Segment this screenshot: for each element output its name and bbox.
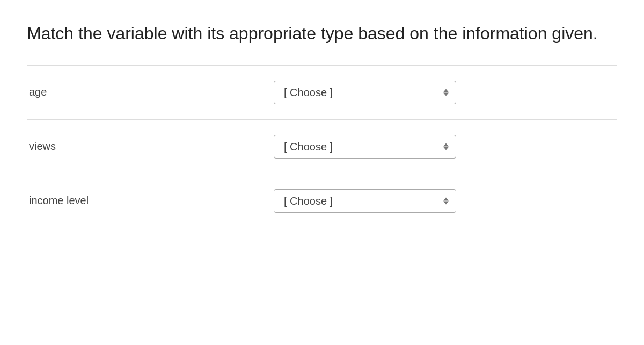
select-income_level[interactable]: [ Choose ]CategoricalQuantitativeOrdinal…	[274, 189, 456, 213]
variable-label-views: views	[27, 140, 274, 153]
select-wrapper-age: [ Choose ]CategoricalQuantitativeOrdinal…	[274, 81, 456, 104]
select-views[interactable]: [ Choose ]CategoricalQuantitativeOrdinal…	[274, 135, 456, 159]
match-row-views: views[ Choose ]CategoricalQuantitativeOr…	[27, 120, 617, 174]
select-age[interactable]: [ Choose ]CategoricalQuantitativeOrdinal…	[274, 81, 456, 104]
select-wrapper-income_level: [ Choose ]CategoricalQuantitativeOrdinal…	[274, 189, 456, 213]
match-row-age: age[ Choose ]CategoricalQuantitativeOrdi…	[27, 66, 617, 120]
match-rows-container: age[ Choose ]CategoricalQuantitativeOrdi…	[27, 66, 617, 228]
match-row-income_level: income level[ Choose ]CategoricalQuantit…	[27, 174, 617, 228]
select-wrapper-views: [ Choose ]CategoricalQuantitativeOrdinal…	[274, 135, 456, 159]
variable-label-income_level: income level	[27, 195, 274, 207]
variable-label-age: age	[27, 86, 274, 98]
question-text: Match the variable with its appropriate …	[27, 21, 617, 46]
